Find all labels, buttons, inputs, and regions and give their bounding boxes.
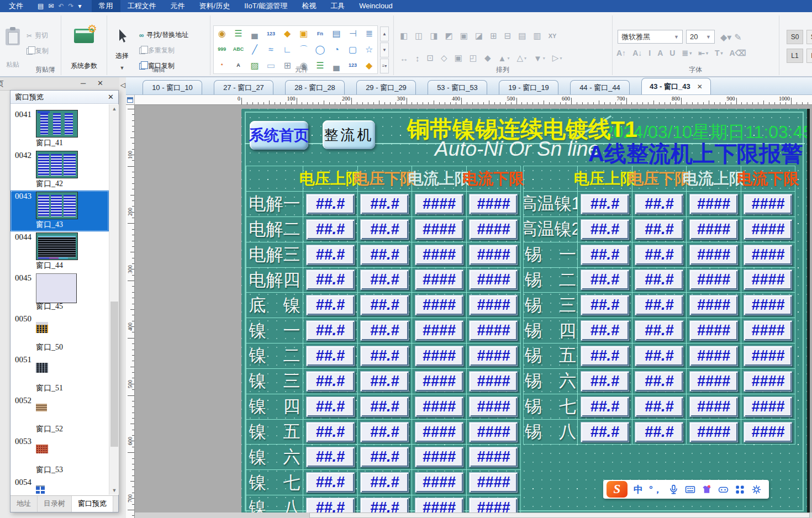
numeric-input[interactable]: ##.#	[360, 194, 409, 214]
numeric-input[interactable]: ##.#	[635, 295, 683, 315]
numeric-input[interactable]: ##.#	[635, 219, 683, 240]
document-tab-8[interactable]: 43 - 窗口_43✕	[641, 78, 711, 94]
punctuation-icon[interactable]: °，	[649, 483, 662, 496]
preview-item-0042[interactable]: 0042窗口_42	[10, 150, 109, 191]
pie-icon[interactable]: ◔	[334, 45, 339, 54]
close-tab-icon[interactable]: ✕	[697, 83, 703, 91]
scrollbar-thumb[interactable]	[110, 302, 118, 447]
align-middle-icon[interactable]: ▣	[460, 31, 468, 41]
file-menu[interactable]: 文件	[0, 0, 32, 12]
numeric-input[interactable]: ##.#	[306, 371, 355, 392]
horizontal-scrollbar[interactable]	[135, 512, 812, 518]
numeric-input[interactable]: ##.#	[306, 498, 355, 514]
numeric-input[interactable]: ####	[415, 194, 463, 214]
numeric-input[interactable]: ####	[689, 397, 738, 417]
microphone-icon[interactable]	[668, 484, 679, 495]
underline-button[interactable]: U	[669, 49, 675, 57]
numeric-input[interactable]: ####	[689, 269, 738, 290]
state-button-S0[interactable]: S0	[787, 30, 803, 44]
state-button-S1[interactable]: S1	[806, 30, 812, 44]
document-tab-4[interactable]: 29 - 窗口_29	[356, 80, 416, 94]
multi-state-switch-icon[interactable]: ▣	[299, 29, 308, 38]
scroll-down-icon[interactable]: ▼	[109, 486, 119, 495]
paste-button[interactable]: 粘贴	[2, 27, 23, 71]
ungroup-icon[interactable]: ◰	[470, 53, 477, 63]
numeric-input[interactable]: ##.#	[360, 245, 409, 265]
scroll-up-icon[interactable]: ▲	[109, 104, 119, 113]
numeric-input[interactable]: ##.#	[581, 295, 629, 315]
menu-tab-6[interactable]: 检视	[294, 0, 323, 12]
align-bottom-icon[interactable]: ◪	[475, 31, 483, 41]
numeric-input[interactable]: ####	[469, 346, 518, 366]
numeric-input[interactable]: ##.#	[360, 269, 409, 290]
slider-icon[interactable]: ⊣	[349, 29, 357, 38]
numeric-input[interactable]: ##.#	[306, 320, 355, 341]
numeric-input[interactable]: ##.#	[306, 447, 355, 467]
numeric-input[interactable]: ##.#	[581, 397, 629, 417]
numeric-input[interactable]: ####	[469, 447, 518, 467]
numeric-input[interactable]: ####	[415, 320, 463, 341]
center-horizontal-icon[interactable]: ▤	[518, 31, 526, 41]
numeric-input[interactable]: ##.#	[581, 219, 629, 240]
preview-item-0050[interactable]: 0050窗口_50	[10, 313, 109, 354]
numeric-input[interactable]: ##.#	[306, 397, 355, 417]
preview-item-0052[interactable]: 0052窗口_52	[10, 395, 109, 436]
numeric-input[interactable]: ##.#	[581, 346, 629, 366]
numeric-input[interactable]: ####	[415, 447, 463, 467]
numeric-input[interactable]: ##.#	[360, 498, 409, 514]
numeric-input[interactable]: ####	[744, 295, 792, 315]
numeric-input[interactable]: ##.#	[360, 371, 409, 392]
document-tab-5[interactable]: 53 - 窗口_53	[428, 80, 487, 94]
undo-icon[interactable]: ↶	[58, 0, 64, 12]
numeric-input[interactable]: ####	[689, 295, 738, 315]
circle-icon[interactable]: ◯	[315, 45, 325, 54]
preview-item-0054[interactable]: 0054窗口_54	[10, 477, 109, 495]
arc-icon[interactable]: ⌒	[299, 45, 308, 54]
same-size-icon[interactable]: ⊡	[427, 53, 434, 63]
numeric-input[interactable]: ####	[744, 219, 792, 240]
numeric-input[interactable]: ##.#	[635, 194, 683, 214]
font-family-select[interactable]: 微软雅黑 ▼	[618, 30, 683, 44]
numeric-input[interactable]: ##.#	[360, 397, 409, 417]
gallery-up-icon[interactable]: ▲	[380, 27, 389, 41]
numeric-input[interactable]: ##.#	[581, 320, 629, 341]
numeric-input[interactable]: ####	[415, 269, 463, 290]
numeric-input[interactable]: ####	[415, 295, 463, 315]
xy-position-icon[interactable]: XY	[549, 33, 557, 39]
numeric-input[interactable]: ####	[415, 472, 463, 493]
minimize-icon[interactable]: ─	[81, 79, 86, 87]
sogou-logo-icon[interactable]: S	[607, 481, 628, 498]
save-icon[interactable]: ▤	[38, 0, 44, 12]
close-icon[interactable]: ✕	[108, 93, 114, 101]
cut-button[interactable]: ✂ 剪切	[27, 31, 48, 40]
document-tab-2[interactable]: 27 - 窗口_27	[214, 80, 273, 94]
numeric-input[interactable]: ####	[415, 371, 463, 392]
option-list-icon[interactable]: ≣	[365, 29, 372, 38]
numeric-input[interactable]: ##.#	[581, 269, 629, 290]
numeric-input[interactable]: ##.#	[360, 219, 409, 240]
burst-point-icon[interactable]: *	[221, 63, 223, 68]
numeric-input[interactable]: ##.#	[635, 346, 683, 366]
numeric-input[interactable]: ##.#	[306, 219, 355, 240]
menu-tab-2[interactable]: 工程文件	[120, 0, 164, 12]
clear-format-button[interactable]: A⌫	[729, 49, 746, 57]
gamepad-icon[interactable]	[718, 484, 729, 495]
h-align-button[interactable]: ⇤▾	[698, 49, 708, 57]
numeric-input[interactable]: ####	[469, 320, 518, 341]
ruler-corner-icon[interactable]	[126, 95, 135, 105]
preview-item-0041[interactable]: 0041窗口_41	[10, 109, 109, 150]
numeric-input[interactable]: ####	[744, 422, 792, 442]
find-replace-button[interactable]: ∞ 寻找/替换地址	[139, 30, 188, 40]
numeric-input[interactable]: ####	[744, 320, 792, 341]
gallery-more-icon[interactable]: ≡▾	[380, 59, 389, 73]
align-center-h-icon[interactable]: ◫	[415, 31, 423, 41]
keyboard-icon[interactable]	[685, 484, 695, 495]
numeric-input[interactable]: ##.#	[306, 194, 355, 214]
numeric-input[interactable]: ####	[415, 498, 463, 514]
numeric-input[interactable]: ####	[415, 422, 463, 442]
numeric-input[interactable]: ####	[415, 245, 463, 265]
multi-copy-button[interactable]: 多重复制	[139, 46, 175, 55]
center-vertical-icon[interactable]: ▥	[533, 31, 541, 41]
numeric-input[interactable]: ##.#	[360, 346, 409, 366]
numeric-input[interactable]: ####	[469, 498, 518, 514]
